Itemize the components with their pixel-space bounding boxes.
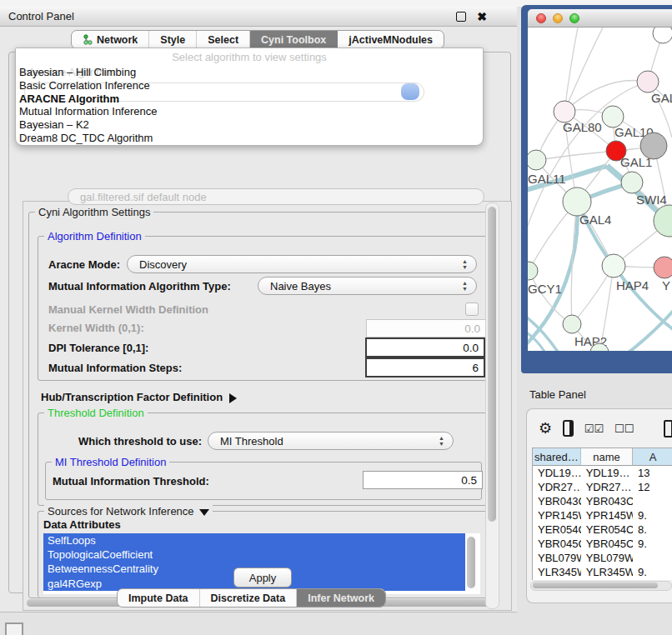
- algorithm-definition-title: Algorithm Definition: [44, 230, 145, 242]
- node-hap4-label: HAP4: [616, 278, 649, 292]
- table-row[interactable]: YBR045CYBR045C9.: [533, 537, 672, 551]
- node-hap4[interactable]: [602, 254, 625, 278]
- collapsed-arrow-icon: [229, 393, 237, 403]
- table-hscrollbar[interactable]: [530, 581, 672, 591]
- table-row[interactable]: YBL079WYBL079W: [533, 551, 672, 565]
- settings-scrollpane: Cyni Algorithm Settings Algorithm Defini…: [23, 201, 512, 611]
- cyni-algorithm-settings-title: Cyni Algorithm Settings: [35, 206, 153, 218]
- zoom-traffic-light-icon[interactable]: [569, 13, 579, 23]
- node-gcy1[interactable]: [528, 262, 538, 280]
- table-row[interactable]: YDR27…YDR27…12: [533, 480, 672, 494]
- aracne-mode-select[interactable]: Discovery ▲▼: [127, 255, 477, 273]
- node-hap2[interactable]: [563, 315, 581, 333]
- kernel-width-field[interactable]: 0.0: [366, 319, 486, 338]
- tab-discretize-data[interactable]: Discretize Data: [200, 589, 298, 607]
- minimized-panel-icon[interactable]: [5, 622, 23, 635]
- sources-title[interactable]: Sources for Network Inference: [44, 505, 213, 518]
- node-gal4-label: GAL4: [579, 212, 611, 227]
- column-header-3[interactable]: A: [633, 448, 672, 466]
- control-panel: Control Panel ✖ NetworkStyleSelectCyni T…: [0, 7, 517, 612]
- hub-definition-toggle[interactable]: Hub/Transcription Factor Definition: [41, 391, 237, 403]
- gear-icon[interactable]: ⚙: [539, 421, 552, 436]
- dropdown-item-dream8-dc-tdc-algorithm[interactable]: Dream8 DC_TDC Algorithm: [16, 132, 483, 145]
- split-columns-icon[interactable]: [563, 420, 574, 437]
- dropdown-item-bayesian-hill-climbing[interactable]: Bayesian – Hill Climbing: [16, 66, 483, 79]
- select-all-checks-icon[interactable]: ☑☑: [584, 422, 604, 435]
- mi-steps-field[interactable]: 6: [365, 358, 485, 378]
- stepper-arrows-icon: ▲▼: [439, 435, 444, 447]
- float-panel-icon[interactable]: [456, 12, 466, 22]
- settings-vscrollbar-track[interactable]: [485, 202, 499, 609]
- node-gray[interactable]: [640, 132, 667, 159]
- table-row[interactable]: YDL19…YDL19…13: [533, 466, 672, 480]
- network-edge[interactable]: [626, 308, 672, 351]
- mi-threshold-group-title: MI Threshold Definition: [52, 456, 169, 468]
- deselect-all-checks-icon[interactable]: ☐☐: [614, 422, 634, 435]
- mi-algorithm-type-select[interactable]: Naive Bayes ▲▼: [258, 277, 477, 295]
- tab-cyni-toolbox[interactable]: Cyni Toolbox: [250, 31, 338, 48]
- tab-network[interactable]: Network: [72, 31, 149, 48]
- node-gal11[interactable]: [528, 150, 546, 170]
- node-swi4[interactable]: [621, 172, 643, 193]
- network-edge[interactable]: [564, 81, 648, 112]
- minimize-traffic-light-icon[interactable]: [553, 13, 563, 23]
- table-row[interactable]: YPR145WYPR145W9.: [533, 508, 672, 522]
- node-table[interactable]: shared…nameA YDL19…YDL19…13YDR27…YDR27…1…: [532, 448, 672, 580]
- node-gal11-label: GAL11: [528, 172, 566, 186]
- table-row[interactable]: YBR043CYBR043C: [533, 494, 672, 508]
- algorithm-definition-group: Algorithm Definition Aracne Mode: Discov…: [38, 236, 488, 381]
- tab-style[interactable]: Style: [149, 31, 197, 48]
- network-edge[interactable]: [564, 28, 578, 112]
- dpi-tolerance-label: DPI Tolerance [0,1]:: [48, 342, 148, 354]
- attr-item-topologicalcoefficient[interactable]: TopologicalCoefficient: [43, 548, 465, 562]
- column-header-1[interactable]: shared…: [533, 448, 581, 466]
- which-threshold-select[interactable]: MI Threshold ▲▼: [208, 432, 454, 450]
- table-row[interactable]: YIL052CYIL052C9.: [533, 579, 672, 580]
- dropdown-item-bayesian-k2[interactable]: Bayesian – K2: [16, 118, 483, 132]
- attr-item-selfloops[interactable]: SelfLoops: [43, 533, 465, 548]
- network-window-titlebar[interactable]: [528, 9, 672, 28]
- dropdown-item-mutual-information-inference[interactable]: Mutual Information Inference: [16, 105, 483, 118]
- dropdown-placeholder: Select algorithm to view settings: [16, 48, 483, 66]
- manual-kernel-label: Manual Kernel Width Definition: [48, 303, 208, 316]
- table-hscrollbar-thumb[interactable]: [533, 582, 658, 588]
- mi-steps-label: Mutual Information Steps:: [48, 362, 182, 374]
- tab-infer-network[interactable]: Infer Network: [297, 589, 385, 607]
- stepper-arrows-icon: ▲▼: [462, 280, 468, 292]
- network-selector-combo[interactable]: gal.filtered.sif default node: [68, 188, 484, 205]
- tab-jactivemnodules[interactable]: jActiveMNodules: [338, 31, 444, 48]
- network-canvas[interactable]: GALGAL80GAL10GAL1GAL11SWI4GAL4GCY1HAP4YH…: [528, 28, 672, 351]
- table-panel: ⚙ ☑☑ ☐☐ shared…nameA YDL19…YDL19…13YDR27…: [526, 408, 672, 603]
- network-graph: GALGAL80GAL10GAL1GAL11SWI4GAL4GCY1HAP4YH…: [528, 28, 672, 351]
- table-row[interactable]: YER054CYER054C8.: [533, 522, 672, 537]
- column-header-2[interactable]: name: [581, 448, 634, 466]
- network-tab-icon: [83, 34, 93, 45]
- node-y-partial[interactable]: [654, 257, 672, 278]
- stepper-arrows-icon: ▲▼: [462, 258, 468, 270]
- tab-select[interactable]: Select: [197, 31, 250, 48]
- new-table-icon[interactable]: [664, 420, 672, 438]
- bottom-tabbar: Impute DataDiscretize DataInfer Network: [117, 588, 386, 608]
- dropdown-item-basic-correlation-inference[interactable]: Basic Correlation Inference: [16, 79, 483, 92]
- mi-threshold-field[interactable]: 0.5: [363, 471, 483, 489]
- dropdown-item-aracne-algorithm[interactable]: ARACNE Algorithm: [16, 92, 483, 106]
- control-panel-title: Control Panel: [8, 10, 74, 22]
- data-attributes-label: Data Attributes: [43, 518, 121, 531]
- network-edge[interactable]: [528, 314, 559, 351]
- close-traffic-light-icon[interactable]: [536, 13, 546, 23]
- kernel-width-label: Kernel Width (0,1):: [48, 322, 144, 334]
- tab-impute-data[interactable]: Impute Data: [118, 589, 200, 607]
- node-top-partial[interactable]: [653, 28, 672, 43]
- dpi-tolerance-field[interactable]: 0.0: [365, 338, 485, 358]
- apply-button[interactable]: Apply: [233, 568, 292, 588]
- attr-list-scrollbar[interactable]: [467, 537, 475, 588]
- close-icon[interactable]: ✖: [477, 11, 487, 22]
- node-gal4[interactable]: [563, 188, 591, 216]
- manual-kernel-checkbox[interactable]: [465, 302, 479, 316]
- table-row[interactable]: YLR345WYLR345W9.: [533, 565, 672, 579]
- network-edge[interactable]: [536, 151, 616, 160]
- settings-vscrollbar-thumb[interactable]: [488, 207, 496, 522]
- node-gal-partial[interactable]: [637, 71, 659, 92]
- mi-threshold-group: MI Threshold Definition Mutual Informati…: [45, 462, 482, 500]
- table-panel-title: Table Panel: [529, 388, 586, 401]
